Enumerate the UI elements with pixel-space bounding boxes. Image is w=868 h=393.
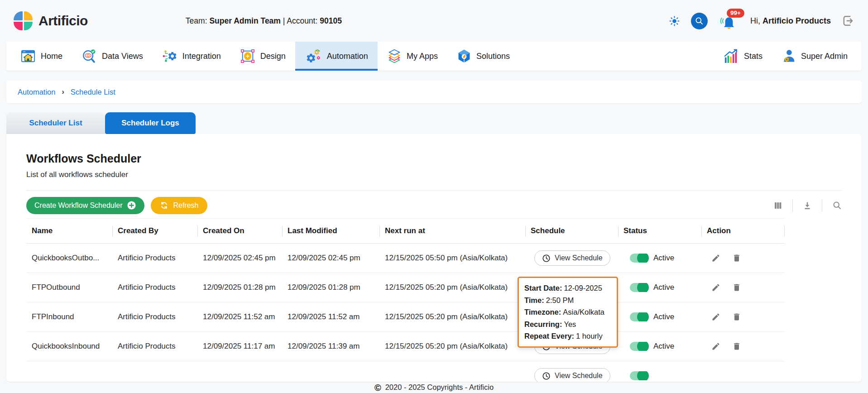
page-subtitle: List of all workflows scheduler — [26, 170, 842, 179]
edit-icon[interactable] — [711, 254, 720, 263]
cell-next-run-at: 12/15/2025 05:20 pm (Asia/Kolkata) — [379, 312, 525, 321]
cell-next-run-at: 12/15/2025 05:20 pm (Asia/Kolkata) — [379, 283, 525, 292]
delete-icon[interactable] — [732, 283, 741, 292]
column-header-status: Status — [618, 219, 701, 243]
refresh-button[interactable]: Refresh — [151, 197, 207, 214]
nav-item-data-views[interactable]: Data Views — [72, 42, 153, 71]
table-row: FTPOutbound Artificio Products 12/09/202… — [26, 273, 785, 302]
status-label: Active — [653, 283, 674, 292]
status-toggle[interactable] — [630, 283, 648, 292]
table-row: QuickbooksInbound Artificio Products 12/… — [26, 332, 785, 361]
breadcrumb-automation[interactable]: Automation — [18, 88, 55, 96]
page-title: Workflows Scheduler — [26, 151, 842, 166]
cell-last-modified: 12/09/2025 11:39 am — [282, 342, 379, 351]
nav-item-automation[interactable]: Automation — [295, 42, 378, 71]
nav-label: Solutions — [476, 52, 510, 61]
cell-last-modified: 12/09/2025 02:45 pm — [282, 254, 379, 263]
tooltip-start-date: Start Date:12-09-2025 — [524, 282, 611, 294]
user-name: Artificio Products — [762, 16, 831, 25]
table-toolbar: Create Workflow Scheduler Refresh — [26, 190, 842, 214]
column-header-action: Action — [701, 219, 785, 243]
status-toggle[interactable] — [630, 371, 648, 380]
header-search-button[interactable] — [691, 13, 708, 29]
edit-icon[interactable] — [711, 312, 720, 321]
breadcrumb-schedule-list[interactable]: Schedule List — [71, 88, 115, 96]
edit-icon[interactable] — [711, 342, 720, 351]
cell-status — [618, 371, 701, 380]
nav-label: Super Admin — [801, 52, 848, 61]
status-label: Active — [653, 254, 674, 263]
column-header-last-modified: Last Modified — [282, 219, 379, 243]
view-schedule-label: View Schedule — [555, 254, 603, 262]
cell-next-run-at: 12/15/2025 05:50 pm (Asia/Kolkata) — [379, 254, 525, 263]
data-views-icon — [82, 48, 97, 64]
scheduler-tabs: Scheduler List Scheduler Logs — [6, 112, 868, 134]
nav-item-home[interactable]: Home — [11, 42, 72, 71]
clock-icon — [542, 372, 551, 380]
team-label: Team: — [186, 16, 207, 25]
app-window: Artificio Team: Super Admin Team | Accou… — [0, 0, 868, 393]
nav-item-design[interactable]: Design — [230, 42, 295, 71]
status-toggle[interactable] — [630, 342, 648, 351]
download-icon[interactable] — [803, 201, 812, 210]
workflows-scheduler-panel: Workflows Scheduler List of all workflow… — [6, 134, 862, 382]
status-toggle[interactable] — [630, 254, 648, 263]
table-row-partial: View Schedule — [26, 361, 785, 382]
tooltip-time: Time:2:50 PM — [524, 294, 611, 307]
cell-actions — [701, 254, 785, 263]
column-header-created-on: Created On — [197, 219, 282, 243]
brightness-icon[interactable] — [669, 15, 680, 27]
cell-created-on: 12/09/2025 11:17 am — [197, 342, 282, 351]
nav-item-super-admin[interactable]: Super Admin — [772, 42, 857, 71]
table-search-icon[interactable] — [832, 201, 842, 210]
nav-label: Home — [41, 52, 62, 61]
automation-icon — [305, 48, 322, 64]
cell-created-by: Artificio Products — [112, 312, 197, 321]
notifications-bell-icon[interactable]: 99+ — [719, 11, 739, 30]
cell-status: Active — [618, 312, 701, 321]
tooltip-repeat-every: Repeat Every:1 hourly — [524, 330, 611, 342]
view-schedule-button[interactable]: View Schedule — [534, 368, 610, 382]
account-label: Account: — [287, 16, 317, 25]
refresh-button-label: Refresh — [173, 201, 198, 210]
header-right-group: 99+ Hi, Artificio Products — [669, 11, 854, 30]
status-toggle[interactable] — [630, 312, 648, 321]
toolbar-divider — [792, 199, 793, 212]
plus-icon — [127, 201, 136, 210]
clock-icon — [542, 254, 551, 263]
table-row: FTPInbound Artificio Products 12/09/2025… — [26, 302, 785, 332]
cell-status: Active — [618, 342, 701, 351]
delete-icon[interactable] — [732, 254, 741, 263]
view-schedule-label: View Schedule — [555, 372, 603, 380]
tab-scheduler-logs[interactable]: Scheduler Logs — [105, 112, 196, 134]
cell-created-on: 12/09/2025 02:45 pm — [197, 254, 282, 263]
tab-scheduler-list[interactable]: Scheduler List — [6, 112, 105, 134]
nav-label: Stats — [744, 52, 762, 61]
nav-item-integration[interactable]: Integration — [153, 42, 230, 71]
cell-created-on: 12/09/2025 11:52 am — [197, 312, 282, 321]
columns-icon[interactable] — [773, 201, 782, 210]
notification-badge: 99+ — [727, 9, 744, 18]
nav-item-my-apps[interactable]: My Apps — [378, 42, 447, 71]
greeting-prefix: Hi, — [750, 16, 760, 25]
cell-next-run-at: 12/15/2025 05:20 pm (Asia/Kolkata) — [379, 342, 525, 351]
status-label: Active — [653, 342, 674, 351]
main-navigation: Home Data Views — [6, 42, 862, 71]
footer-text: 2020 - 2025 Copyrights - Artificio — [385, 383, 494, 392]
delete-icon[interactable] — [732, 342, 741, 351]
nav-item-stats[interactable]: Stats — [714, 42, 772, 71]
artificio-logo-icon — [14, 11, 33, 30]
column-header-created-by: Created By — [112, 219, 197, 243]
view-schedule-button[interactable]: View Schedule — [534, 250, 610, 266]
edit-icon[interactable] — [711, 283, 720, 292]
cell-schedule: View Schedule — [525, 368, 618, 382]
cell-created-by: Artificio Products — [112, 283, 197, 292]
logout-icon[interactable] — [842, 14, 854, 27]
nav-label: Design — [260, 52, 286, 61]
user-greeting[interactable]: Hi, Artificio Products — [750, 16, 831, 26]
nav-item-solutions[interactable]: Solutions — [447, 42, 519, 71]
delete-icon[interactable] — [732, 312, 741, 321]
artificio-logo[interactable]: Artificio — [14, 11, 88, 30]
nav-label: My Apps — [407, 52, 438, 61]
create-workflow-scheduler-button[interactable]: Create Workflow Scheduler — [26, 197, 144, 214]
